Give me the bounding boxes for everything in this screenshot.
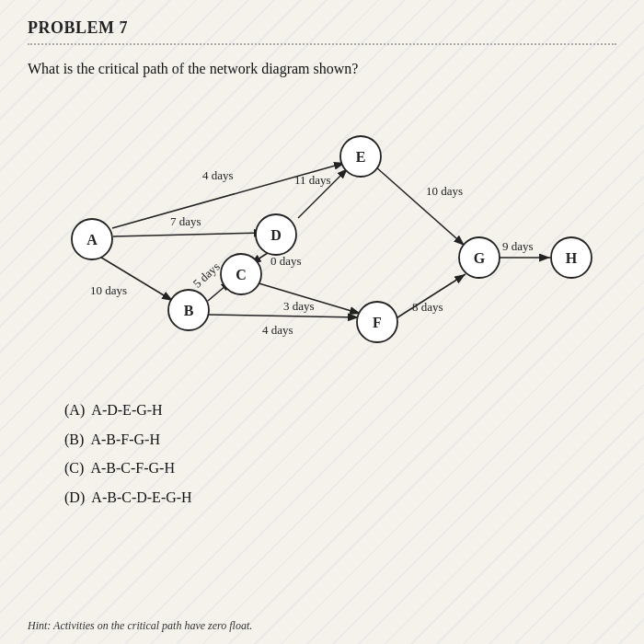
svg-text:11 days: 11 days — [294, 173, 331, 187]
svg-text:10 days: 10 days — [426, 184, 463, 198]
question-text: What is the critical path of the network… — [28, 58, 616, 80]
answer-c-text: A-B-C-F-G-H — [90, 460, 175, 476]
answer-a-text: A-D-E-G-H — [91, 402, 162, 418]
svg-text:B: B — [184, 303, 194, 318]
svg-text:G: G — [474, 250, 486, 266]
svg-text:C: C — [236, 267, 247, 282]
svg-text:8 days: 8 days — [412, 300, 443, 314]
svg-text:H: H — [566, 250, 578, 266]
svg-text:4 days: 4 days — [202, 168, 234, 182]
answer-b-label: (B) — [64, 431, 84, 447]
svg-text:5 days: 5 days — [190, 259, 223, 291]
svg-text:4 days: 4 days — [262, 323, 293, 337]
svg-text:D: D — [270, 227, 282, 243]
network-diagram: 4 days 7 days 10 days 0 days 11 days 5 d… — [28, 97, 616, 382]
svg-text:E: E — [356, 149, 366, 165]
answer-b: (B) A-B-F-G-H — [64, 428, 616, 452]
svg-text:9 days: 9 days — [502, 239, 534, 253]
svg-line-13 — [208, 315, 359, 317]
problem-title: PROBLEM 7 — [28, 18, 616, 45]
svg-text:7 days: 7 days — [170, 214, 201, 228]
answer-b-text: A-B-F-G-H — [90, 431, 160, 447]
svg-text:F: F — [373, 315, 382, 330]
answer-c: (C) A-B-C-F-G-H — [64, 456, 616, 480]
svg-line-17 — [375, 167, 465, 246]
svg-text:3 days: 3 days — [283, 299, 315, 313]
answer-d: (D) A-B-C-D-E-G-H — [64, 486, 616, 510]
answer-c-label: (C) — [64, 460, 84, 476]
svg-text:A: A — [86, 232, 98, 247]
answers-section: (A) A-D-E-G-H (B) A-B-F-G-H (C) A-B-C-F-… — [28, 398, 616, 509]
hint-text: Hint: Activities on the critical path ha… — [28, 619, 252, 633]
answer-a: (A) A-D-E-G-H — [64, 398, 616, 422]
answer-a-label: (A) — [64, 402, 85, 418]
svg-text:10 days: 10 days — [90, 283, 127, 297]
svg-line-3 — [113, 233, 265, 236]
answer-d-text: A-B-C-D-E-G-H — [91, 489, 191, 505]
answer-d-label: (D) — [64, 489, 85, 505]
svg-text:0 days: 0 days — [270, 254, 302, 268]
